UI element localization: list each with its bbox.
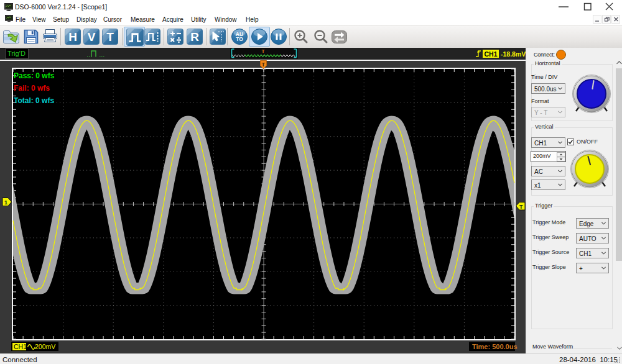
svg-text:Pass: 0 wfs: Pass: 0 wfs — [14, 71, 55, 80]
svg-text:H: H — [68, 30, 77, 43]
svg-text:200mV: 200mV — [35, 343, 55, 350]
svg-text:V: V — [88, 30, 96, 43]
svg-text:TO: TO — [236, 36, 243, 42]
svg-text:Fail: 0 wfs: Fail: 0 wfs — [14, 84, 50, 93]
svg-text:Time: 500.0us: Time: 500.0us — [472, 343, 518, 350]
svg-text:T: T — [519, 204, 523, 210]
svg-text:Total: 0 wfs: Total: 0 wfs — [14, 96, 54, 105]
svg-text:T: T — [106, 30, 114, 43]
svg-text:1: 1 — [4, 199, 7, 206]
svg-text:R: R — [190, 30, 199, 43]
svg-text:CH1: CH1 — [14, 343, 27, 350]
svg-text:T: T — [262, 61, 266, 68]
